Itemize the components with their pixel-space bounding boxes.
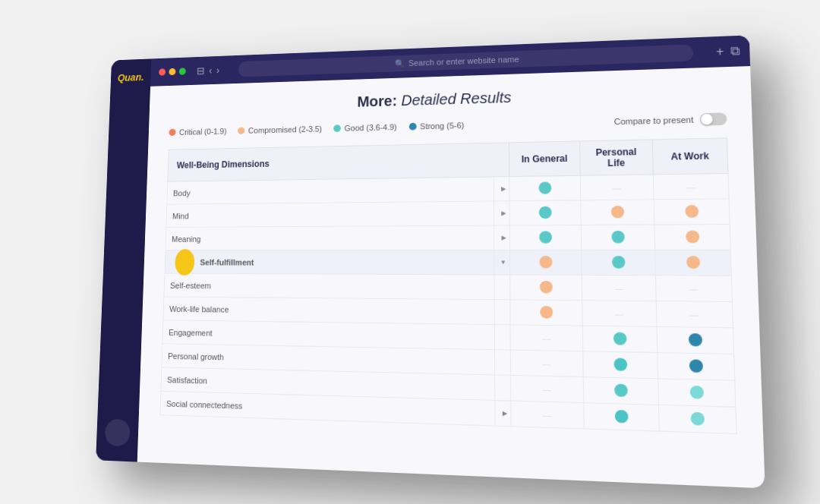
- personal-life-cell: [581, 225, 654, 250]
- at-work-cell: [655, 250, 732, 276]
- personal_life-dot: [613, 358, 627, 370]
- in_general-dot: [538, 181, 551, 194]
- arrow-cell: [494, 325, 510, 350]
- at-work-cell: —: [656, 301, 733, 328]
- good-dot: [333, 124, 341, 132]
- in-general-cell: —: [511, 375, 584, 402]
- compare-toggle[interactable]: [700, 112, 727, 125]
- dimension-cell: Meaning: [166, 225, 494, 250]
- col-header-work: At Work: [652, 138, 728, 175]
- page-title: More: Detailed Results: [169, 82, 726, 115]
- at_work-dot: [686, 230, 699, 243]
- personal-life-cell: [582, 326, 658, 352]
- yellow-blob: [175, 249, 195, 276]
- in-general-cell: [509, 250, 582, 275]
- traffic-light-green[interactable]: [179, 68, 186, 74]
- strong-label: Strong (5-6): [420, 121, 464, 131]
- traffic-light-red[interactable]: [159, 68, 166, 75]
- legend-items: Critical (0-1.9) Compromised (2-3.5) Goo…: [169, 121, 464, 137]
- at_work-dot: [689, 359, 702, 373]
- back-icon[interactable]: ‹: [209, 65, 213, 76]
- sidebar-circle: [105, 419, 131, 447]
- table-row: Mind▶: [166, 199, 730, 228]
- arrow-cell: [495, 375, 511, 401]
- in-general-cell: [509, 175, 581, 200]
- at-work-cell: —: [655, 276, 732, 302]
- personal-life-cell: [583, 377, 658, 405]
- personal_life-dot: [614, 383, 628, 397]
- col-header-personal: Personal Life: [580, 140, 654, 175]
- table-row: Self-fulfillment▼: [165, 250, 731, 276]
- dimension-cell: Self-esteem: [164, 273, 494, 299]
- at-work-cell: [657, 326, 734, 354]
- arrow-cell: ▼: [494, 250, 510, 275]
- browser-window: Quan. ⊟ ‹ › 🔍 Search or enter website na…: [96, 35, 765, 488]
- sidebar-toggle-icon[interactable]: ⊟: [197, 65, 205, 77]
- in_general-dot: [539, 256, 552, 268]
- title-rest: Detailed Results: [397, 89, 512, 109]
- critical-label: Critical (0-1.9): [179, 127, 227, 137]
- at-work-cell: [654, 199, 730, 225]
- address-text: Search or enter website name: [408, 55, 519, 68]
- at-work-cell: —: [653, 173, 729, 199]
- in-general-cell: —: [511, 401, 585, 429]
- in_general-dot: [540, 305, 553, 318]
- personal_life-dot: [613, 332, 626, 345]
- arrow-cell: ▶: [494, 177, 509, 201]
- compare-label: Compare to present: [614, 115, 694, 127]
- arrow-cell: [494, 300, 510, 325]
- in_general-dot: [539, 231, 552, 243]
- col-header-dimensions: Well-Being Dimensions: [168, 143, 509, 181]
- nav-icons: ⊟ ‹ ›: [197, 65, 219, 77]
- legend-strong: Strong (5-6): [408, 121, 464, 131]
- search-icon: 🔍: [394, 58, 405, 68]
- compromised-dot: [238, 127, 244, 134]
- at_work-dot: [685, 205, 699, 218]
- in-general-cell: —: [510, 350, 583, 377]
- personal-life-cell: [582, 250, 656, 276]
- at_work-dot: [688, 332, 702, 345]
- at_work-dot: [689, 385, 703, 398]
- legend-compromised: Compromised (2-3.5): [238, 124, 322, 135]
- at_work-dot: [686, 256, 699, 269]
- personal-life-cell: [581, 200, 654, 225]
- at-work-cell: [658, 379, 736, 407]
- content-area: More: Detailed Results Critical (0-1.9) …: [137, 66, 765, 488]
- good-label: Good (3.6-4.9): [344, 122, 396, 132]
- in-general-cell: [510, 275, 582, 301]
- arrow-cell: ▶: [494, 201, 509, 225]
- new-tab-icon[interactable]: +: [716, 45, 724, 59]
- in_general-dot: [538, 206, 551, 218]
- at_work-dot: [690, 411, 705, 425]
- personal-life-cell: [583, 351, 658, 379]
- legend-good: Good (3.6-4.9): [333, 122, 397, 133]
- dimension-cell: Mind: [166, 201, 494, 227]
- wellbeing-table: Well-Being Dimensions In General Persona…: [159, 137, 736, 434]
- arrow-cell: ▶: [494, 225, 510, 250]
- in-general-cell: [509, 225, 582, 250]
- personal_life-dot: [614, 409, 628, 423]
- personal_life-dot: [610, 205, 623, 218]
- personal-life-cell: —: [580, 175, 654, 200]
- arrow-cell: [494, 350, 510, 376]
- in-general-cell: [509, 200, 581, 225]
- toggle-thumb: [701, 114, 713, 125]
- legend: Critical (0-1.9) Compromised (2-3.5) Goo…: [169, 112, 727, 138]
- duplicate-icon[interactable]: ⧉: [730, 44, 740, 58]
- personal-life-cell: —: [582, 275, 656, 301]
- critical-dot: [169, 129, 175, 136]
- title-more: More:: [357, 93, 397, 110]
- personal_life-dot: [611, 256, 625, 269]
- logo-text: Quan.: [118, 71, 144, 83]
- traffic-light-yellow[interactable]: [169, 68, 175, 75]
- in-general-cell: —: [510, 325, 583, 351]
- logo-name: Quan: [118, 71, 142, 83]
- in_general-dot: [539, 280, 552, 293]
- at-work-cell: [658, 405, 736, 433]
- dimension-cell: Self-fulfillment: [165, 250, 494, 275]
- traffic-lights: [159, 68, 186, 75]
- forward-icon[interactable]: ›: [216, 65, 220, 76]
- compare-section: Compare to present: [614, 112, 727, 128]
- dimension-cell: Body: [167, 177, 494, 204]
- strong-dot: [408, 123, 416, 131]
